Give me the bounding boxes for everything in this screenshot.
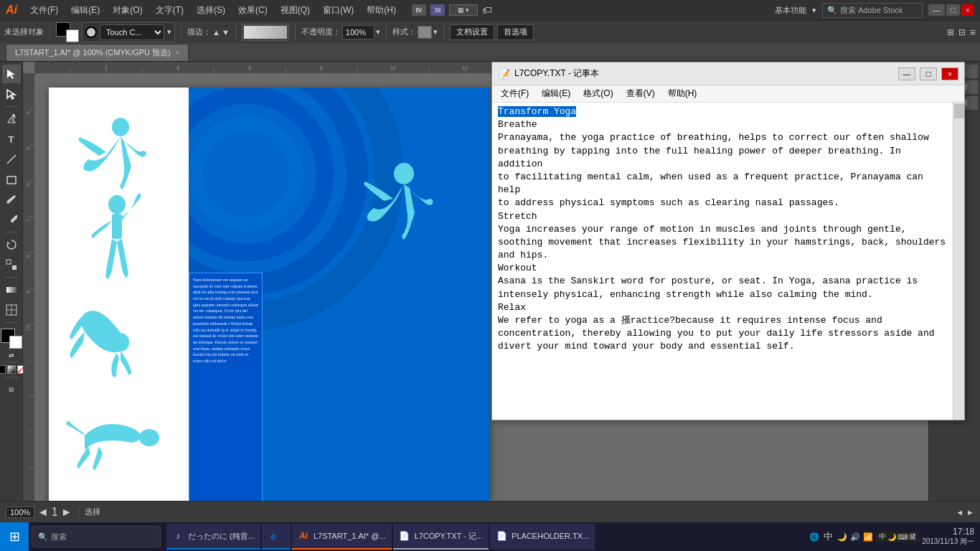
menu-help[interactable]: 帮助(H) [361,3,402,18]
line-tool[interactable] [2,150,21,169]
zoom-arrow-right[interactable]: ► [61,506,72,519]
rect-tool[interactable] [2,170,21,189]
pencil-tool[interactable] [2,210,21,229]
workspace-label[interactable]: 基本功能 [775,5,806,16]
style-section: 样式： ▾ [392,26,438,39]
document-tab[interactable]: L7START_1.AI* @ 100% (CMYK/GPU 预选) × [6,44,189,61]
notepad-scrollbar[interactable] [953,103,964,420]
menu-effect[interactable]: 效果(C) [232,3,273,18]
menu-text[interactable]: 文字(T) [150,3,189,18]
doc-settings-btn[interactable]: 文档设置 [450,24,494,40]
notepad2-label: PLACEHOLDER.TX... [512,532,589,540]
artboard-tool[interactable]: ⊞ [2,380,21,399]
notepad-menu-view[interactable]: 查看(V) [621,86,661,101]
speaker-icon[interactable]: 🔊 [850,532,860,542]
notepad-title: L7COPY.TXT - 记事本 [514,67,894,80]
notepad-close-btn[interactable]: × [941,67,958,80]
svg-point-2 [12,114,15,117]
brush-dropdown[interactable]: Touch C... [100,24,164,40]
arrange-btns[interactable]: ⊞ ⊟ [946,27,967,37]
background-swatch[interactable] [66,29,79,42]
artboard-nav-right[interactable]: ► [966,508,974,517]
mesh-tool[interactable] [2,301,21,319]
start-button[interactable]: ⊞ [0,522,29,551]
notepad-menu-help[interactable]: 帮助(H) [662,86,703,101]
menu-view[interactable]: 视图(Q) [275,3,316,18]
opacity-arrow[interactable]: ▾ [376,27,380,37]
rotate-tool[interactable] [2,235,21,254]
doc-tab-close[interactable]: × [175,49,179,57]
color-swatches[interactable] [56,22,79,42]
gradient-tool[interactable] [2,281,21,299]
svg-text:10: 10 [25,324,32,331]
style-arrow[interactable]: ▾ [433,27,438,37]
arrange-btn-2[interactable]: ⊟ [957,27,967,37]
taskbar-app-edge[interactable]: e [262,524,291,550]
grid-view-btn[interactable]: ▦ ▾ [449,4,478,16]
notepad-minimize-btn[interactable]: — [898,67,915,80]
text-overlay-box[interactable]: Num doloreetum ven sequam ver suscipisti… [189,273,263,501]
zoom-arrow-left[interactable]: ◄ [37,506,49,519]
window-controls[interactable]: — □ × [928,4,974,16]
restore-btn[interactable]: □ [946,4,960,16]
toolbar: 未选择对象 Touch C... ▾ 描边： ▲ ▼ 不透明度： ▾ 样式： [0,20,980,43]
taskbar-app-music[interactable]: ♪ だったのに (纯音... [166,524,260,550]
pen-tool[interactable] [2,110,21,128]
toolbox-color-swatches[interactable] [1,329,22,349]
direct-selection-tool[interactable] [2,85,21,103]
selection-tool[interactable] [2,65,21,83]
paintbrush-tool[interactable] [2,190,21,209]
gradient-mode-btn[interactable] [7,365,16,374]
zoom-input[interactable] [6,507,34,518]
fill-mode-btns [0,365,26,374]
svg-text:10: 10 [390,65,397,71]
tag-icon: 🏷 [482,4,492,16]
minimize-btn[interactable]: — [928,4,945,16]
svg-line-3 [7,155,16,164]
notepad-restore-btn[interactable]: □ [920,67,937,80]
svg-marker-1 [7,90,15,99]
stroke-arrow-down[interactable]: ▼ [222,28,230,37]
color-mode-btn[interactable] [0,365,6,374]
notepad2-icon: 📄 [496,530,507,542]
menu-edit[interactable]: 编辑(E) [65,3,105,18]
opacity-input[interactable] [342,25,374,39]
taskbar-search[interactable]: 🔍 搜索 [32,526,161,547]
notepad-title-bar: 📝 L7COPY.TXT - 记事本 — □ × [492,62,964,85]
menu-window[interactable]: 窗口(W) [317,3,359,18]
preferences-btn[interactable]: 首选项 [497,24,534,40]
swap-colors-btn[interactable]: ⇄ [9,352,14,359]
notepad-text-area[interactable]: Transform Yoga Breathe Pranayama, the yo… [492,103,953,420]
scrollbar-thumb[interactable] [954,104,964,118]
notepad-menu-format[interactable]: 格式(O) [578,86,618,101]
taskbar-app-illustrator[interactable]: Ai L7START_1.AI* @... [292,524,392,550]
toolbox-bg-swatch[interactable] [9,336,22,349]
scale-tool[interactable] [2,255,21,274]
notepad-menu-edit[interactable]: 编辑(E) [536,86,576,101]
globe-icon: 🌐 [809,532,819,542]
swatch-controls[interactable]: ⇄ [9,352,14,359]
ime-status-bar[interactable]: 中 🌙 ⌨ 健 [876,532,919,542]
search-stock-box[interactable]: 🔍 搜索 Adobe Stock [822,3,923,18]
brush-selector[interactable]: Touch C... ▾ [82,22,175,42]
stroke-arrow-up[interactable]: ▲ [212,28,220,37]
ime-health: 健 [909,532,916,542]
notepad1-label: L7COPY.TXT - 记... [415,531,484,542]
fill-mode-row[interactable] [0,365,26,374]
type-tool[interactable]: T [2,130,21,149]
menu-file[interactable]: 文件(F) [24,3,64,18]
taskbar-app-notepad2[interactable]: 📄 PLACEHOLDER.TX... [490,524,595,550]
menu-select[interactable]: 选择(S) [191,3,231,18]
network-icon[interactable]: 📶 [863,532,873,542]
taskbar-app-notepad1[interactable]: 📄 L7COPY.TXT - 记... [393,524,489,550]
ime-indicator[interactable]: 中 [822,530,834,543]
zoom-controls[interactable]: ◄ 1 ► [6,506,72,519]
arrange-btn-1[interactable]: ⊞ [946,27,956,37]
notepad-menu-file[interactable]: 文件(F) [495,86,534,101]
menu-object[interactable]: 对象(O) [107,3,148,18]
artboard-nav-left[interactable]: ◄ [956,508,963,517]
toolbar-menu-btn[interactable]: ≡ [970,27,976,38]
ime-moon: 🌙 [887,533,896,541]
close-btn[interactable]: × [961,4,974,16]
illustrator-document[interactable]: Num doloreetum ven sequam ver suscipisti… [49,88,490,501]
